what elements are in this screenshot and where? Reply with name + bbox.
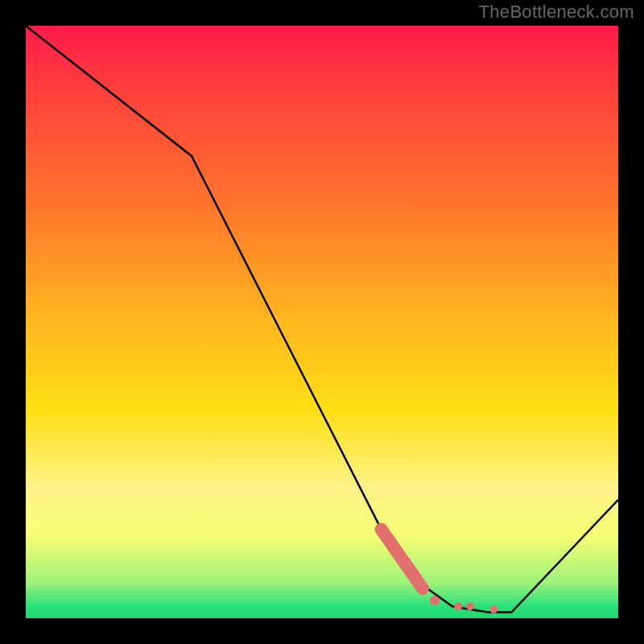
highlight-dot	[454, 602, 462, 610]
chart-svg	[26, 26, 618, 618]
bottleneck-curve-path	[26, 26, 618, 613]
highlight-dot	[430, 596, 440, 605]
chart-frame: TheBottleneck.com	[0, 0, 644, 644]
curve-group	[26, 26, 618, 613]
marker-group	[382, 530, 498, 613]
highlight-bar	[382, 530, 423, 589]
watermark-text: TheBottleneck.com	[479, 2, 634, 23]
highlight-dot	[489, 605, 497, 613]
highlight-dot	[466, 602, 474, 610]
